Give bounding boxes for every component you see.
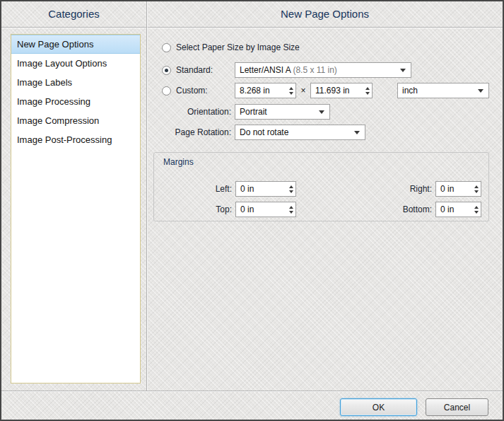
margin-top-spinner[interactable]: 0 in	[235, 202, 296, 217]
margin-bottom-label: Bottom:	[377, 202, 432, 217]
margin-left-value: 0 in	[236, 184, 286, 194]
chevron-down-icon	[478, 89, 484, 93]
margin-top-label: Top:	[172, 202, 232, 217]
page-rotation-label: Page Rotation:	[143, 125, 231, 140]
sidebar-item-image-layout-options[interactable]: Image Layout Options	[11, 54, 140, 73]
dimensions-times-separator: ×	[298, 83, 308, 98]
spin-up-icon[interactable]	[289, 206, 293, 209]
sidebar-item-image-labels[interactable]: Image Labels	[11, 73, 140, 92]
chevron-down-icon	[400, 69, 406, 72]
by-image-size-radio[interactable]	[162, 43, 171, 52]
custom-unit-value: inch	[398, 86, 478, 96]
page-rotation-value: Do not rotate	[235, 127, 354, 137]
sidebar-item-image-processing[interactable]: Image Processing	[11, 92, 140, 111]
margin-right-value: 0 in	[436, 184, 471, 194]
standard-size-select[interactable]: Letter/ANSI A (8.5 x 11 in)	[235, 62, 411, 78]
spin-up-icon[interactable]	[474, 206, 479, 209]
margin-left-label: Left:	[172, 181, 232, 197]
spin-up-icon[interactable]	[365, 87, 370, 90]
radio-row-by-image-size[interactable]: Select Paper Size by Image Size	[162, 42, 300, 53]
spin-down-icon[interactable]	[474, 211, 479, 214]
standard-label: Standard:	[176, 65, 213, 75]
margin-top-spin-buttons[interactable]	[286, 202, 295, 217]
spin-down-icon[interactable]	[365, 92, 370, 95]
spin-up-icon[interactable]	[289, 87, 293, 90]
custom-width-spin-buttons[interactable]	[286, 83, 295, 98]
standard-size-name: Letter/ANSI A	[240, 65, 291, 75]
panel-divider	[146, 1, 147, 391]
margins-title: Margins	[163, 157, 194, 167]
footer-divider	[1, 391, 503, 391]
custom-height-value: 11.693 in	[311, 86, 363, 96]
margin-right-spin-buttons[interactable]	[471, 182, 481, 196]
custom-width-spinner[interactable]: 8.268 in	[235, 83, 296, 98]
custom-width-value: 8.268 in	[235, 86, 286, 96]
radio-row-custom[interactable]: Custom:	[162, 85, 208, 96]
margin-right-label: Right:	[377, 181, 432, 197]
standard-size-detail: (8.5 x 11 in)	[293, 65, 336, 75]
margin-bottom-value: 0 in	[436, 204, 471, 214]
margin-bottom-spin-buttons[interactable]	[471, 202, 481, 217]
custom-unit-select[interactable]: inch	[397, 83, 489, 98]
margin-top-value: 0 in	[236, 204, 286, 214]
by-image-size-label: Select Paper Size by Image Size	[176, 42, 300, 52]
spin-up-icon[interactable]	[474, 185, 479, 188]
header-divider	[1, 27, 503, 28]
page-rotation-select[interactable]: Do not rotate	[235, 125, 365, 140]
cancel-button[interactable]: Cancel	[426, 398, 488, 416]
new-page-options-dialog: Categories New Page Options New Page Opt…	[0, 0, 504, 421]
margin-right-spinner[interactable]: 0 in	[435, 181, 481, 197]
spin-down-icon[interactable]	[289, 190, 293, 193]
margin-left-spin-buttons[interactable]	[286, 182, 295, 196]
categories-list: New Page Options Image Layout Options Im…	[11, 34, 141, 383]
ok-button[interactable]: OK	[340, 398, 417, 416]
custom-height-spin-buttons[interactable]	[363, 83, 372, 98]
spin-up-icon[interactable]	[289, 185, 293, 188]
custom-label: Custom:	[176, 86, 208, 96]
standard-radio[interactable]	[162, 66, 171, 75]
orientation-select[interactable]: Portrait	[235, 104, 330, 120]
categories-header: Categories	[1, 1, 146, 27]
standard-size-value: Letter/ANSI A (8.5 x 11 in)	[235, 65, 400, 75]
orientation-label: Orientation:	[150, 104, 231, 120]
custom-height-spinner[interactable]: 11.693 in	[310, 83, 373, 98]
custom-radio[interactable]	[162, 86, 171, 96]
margin-left-spinner[interactable]: 0 in	[235, 181, 296, 197]
chevron-down-icon	[354, 131, 360, 134]
sidebar-item-new-page-options[interactable]: New Page Options	[11, 35, 140, 54]
page-title: New Page Options	[147, 1, 503, 27]
orientation-value: Portrait	[235, 107, 319, 117]
spin-down-icon[interactable]	[474, 190, 479, 193]
sidebar-item-image-post-processing[interactable]: Image Post-Processing	[11, 130, 140, 149]
radio-row-standard[interactable]: Standard:	[162, 64, 213, 76]
chevron-down-icon	[319, 110, 324, 114]
sidebar-item-image-compression[interactable]: Image Compression	[11, 111, 140, 130]
spin-down-icon[interactable]	[289, 211, 293, 214]
margin-bottom-spinner[interactable]: 0 in	[435, 202, 481, 217]
margins-groupbox: Margins Left: 0 in Right: 0 in Top: 0 in	[153, 152, 489, 221]
spin-down-icon[interactable]	[289, 92, 293, 95]
